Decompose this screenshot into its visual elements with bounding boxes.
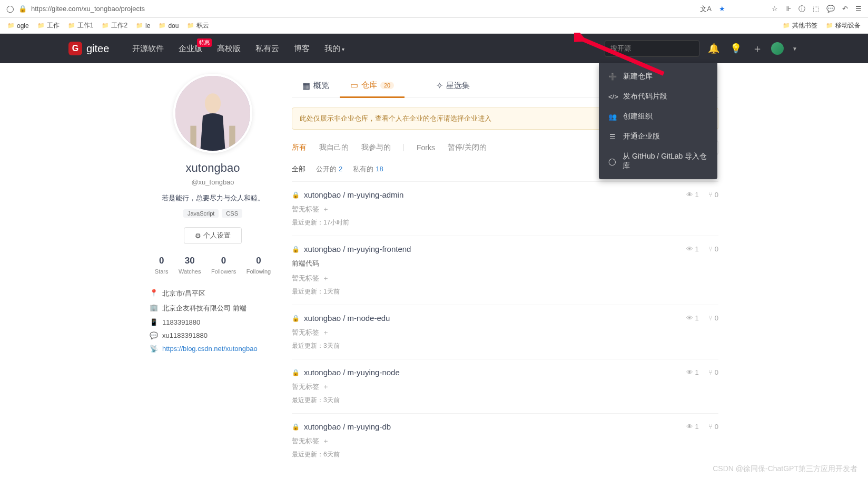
nav-item[interactable]: 高校版 (210, 44, 248, 54)
stat-label: Watches (179, 268, 201, 275)
bookmark-item[interactable]: ogle (4, 20, 32, 31)
reader-icon[interactable]: ☆ (772, 5, 778, 13)
bookmark-item[interactable]: 其他书签 (780, 20, 821, 31)
subfilter-private[interactable]: 私有的18 (353, 164, 383, 174)
subfilter-all[interactable]: 全部 (292, 164, 305, 174)
repo-tags: 暂无标签＋ (292, 436, 718, 446)
svg-rect-4 (229, 126, 235, 151)
nav-item[interactable]: 私有云 (248, 44, 287, 54)
stat-item[interactable]: 30Watches (179, 256, 201, 275)
avatar[interactable] (173, 74, 252, 153)
handle: @xu_tongbao (150, 178, 276, 186)
back-icon[interactable]: ↶ (842, 5, 848, 13)
fork-icon: ⑂ (708, 423, 713, 431)
nav-item[interactable]: 开源软件 (125, 44, 171, 54)
stat-num: 0 (246, 256, 271, 266)
fork-icon: ⑂ (708, 245, 713, 253)
repo-item: 🔒xutongbao / m-yuying-frontend👁 1⑂ 0前端代码… (292, 236, 718, 305)
profile-sidebar: xutongbao @xu_tongbao 若是能行，总要尽力与众人和睦。 Ja… (150, 74, 276, 467)
filter-paused[interactable]: 暂停/关闭的 (448, 143, 487, 152)
stat-label: Stars (155, 268, 169, 275)
bookmark-star-icon[interactable]: ★ (719, 5, 725, 13)
nav-item[interactable]: 博客 (287, 44, 317, 54)
add-tag-button[interactable]: ＋ (322, 436, 329, 446)
info-icon[interactable]: ⓘ (798, 4, 805, 14)
dropdown-label: 创建组织 (623, 112, 653, 121)
stat-label: Following (246, 268, 271, 275)
repo-watches: 👁 1 (686, 191, 699, 199)
bookmark-item[interactable]: le (133, 20, 153, 31)
repo-name[interactable]: xutongbao / m-yuying-db (304, 422, 391, 431)
repo-name[interactable]: xutongbao / m-node-edu (304, 314, 390, 323)
repo-item: 🔒xutongbao / m-yuying-admin👁 1⑂ 0暂无标签＋最近… (292, 181, 718, 236)
bookmark-item[interactable]: dou (155, 20, 182, 31)
bookmark-item[interactable]: 积云 (184, 20, 212, 31)
library-icon[interactable]: ⊪ (785, 5, 791, 13)
filter-all[interactable]: 所有 (292, 143, 307, 152)
dropdown-item[interactable]: 👥创建组织 (599, 106, 717, 126)
translate-icon[interactable]: ⽂A (700, 4, 712, 14)
svg-line-0 (579, 38, 664, 74)
overview-icon: ▦ (302, 81, 310, 91)
filter-forks[interactable]: Forks (417, 143, 435, 152)
stat-item[interactable]: 0Followers (211, 256, 236, 275)
repo-updated: 最近更新：6天前 (292, 450, 718, 459)
fork-icon: ⑂ (708, 191, 713, 199)
add-tag-button[interactable]: ＋ (322, 204, 329, 214)
logo[interactable]: G gitee (68, 42, 109, 55)
add-tag-button[interactable]: ＋ (322, 382, 329, 392)
settings-button[interactable]: ⚙ 个人设置 (184, 227, 242, 244)
fork-icon: ⑂ (708, 368, 713, 376)
add-tag-button[interactable]: ＋ (322, 328, 329, 337)
bookmark-item[interactable]: 工作2 (98, 20, 131, 31)
dropdown-item[interactable]: ◯从 GitHub / GitLab 导入仓库 (599, 147, 717, 176)
stat-item[interactable]: 0Stars (155, 256, 169, 275)
tab-repos[interactable]: ▭仓库20 (340, 74, 405, 98)
repo-tags: 暂无标签＋ (292, 204, 718, 214)
building-icon: 🏢 (150, 304, 157, 311)
repo-updated: 最近更新：17小时前 (292, 218, 718, 227)
plus-icon[interactable]: ＋ (750, 40, 765, 58)
menu-icon[interactable]: ☰ (855, 5, 862, 13)
chat-icon[interactable]: 💬 (826, 5, 835, 13)
browser-address-bar: ◯ 🔒 https://gitee.com/xu_tongbao/project… (0, 0, 868, 18)
repo-watches: 👁 1 (686, 368, 699, 376)
filter-participated[interactable]: 我参与的 (361, 143, 391, 152)
bell-icon[interactable]: 🔔 (706, 41, 722, 56)
repo-watches: 👁 1 (686, 314, 699, 322)
stat-item[interactable]: 0Following (246, 256, 271, 275)
lock-icon: 🔒 (292, 191, 300, 199)
bookmark-item[interactable]: 工作1 (65, 20, 97, 31)
dropdown-item[interactable]: ☰开通企业版 (599, 126, 717, 147)
filter-mine[interactable]: 我自己的 (319, 143, 349, 152)
chevron-down-icon[interactable]: ▼ (790, 44, 800, 54)
fork-icon: ⑂ (708, 314, 713, 322)
skill-tag: JavaScript (183, 209, 219, 218)
tab-starred[interactable]: ✧星选集 (426, 74, 480, 97)
eye-icon: 👁 (686, 314, 693, 322)
tab-overview[interactable]: ▦概览 (292, 74, 340, 97)
extension-icon[interactable]: ⬚ (813, 5, 819, 13)
nav-item[interactable]: 我的 ▾ (317, 44, 352, 54)
info-location: 📍北京市/昌平区 (150, 286, 276, 301)
bulb-icon[interactable]: 💡 (728, 41, 744, 56)
url-text[interactable]: https://gitee.com/xu_tongbao/projects (31, 5, 145, 13)
nav-item[interactable]: 企业版特惠 (171, 44, 210, 54)
subfilter-public[interactable]: 公开的2 (316, 164, 342, 174)
repo-updated: 最近更新：1天前 (292, 287, 718, 296)
bookmark-item[interactable]: 工作 (34, 20, 63, 31)
repo-name[interactable]: xutongbao / m-yuying-node (304, 368, 400, 377)
info-blog[interactable]: 📡https://blog.csdn.net/xutongbao (150, 342, 276, 355)
dropdown-icon: </> (608, 93, 617, 101)
repo-forks: ⑂ 0 (708, 314, 718, 322)
dropdown-item[interactable]: </>发布代码片段 (599, 86, 717, 106)
add-tag-button[interactable]: ＋ (322, 274, 329, 283)
stat-num: 30 (179, 256, 201, 266)
repo-name[interactable]: xutongbao / m-yuying-admin (304, 190, 403, 199)
logo-icon: G (68, 42, 82, 55)
repo-name[interactable]: xutongbao / m-yuying-frontend (304, 245, 411, 253)
avatar-nav[interactable] (771, 42, 784, 55)
bookmark-item[interactable]: 移动设备 (823, 20, 864, 31)
repo-updated: 最近更新：3天前 (292, 342, 718, 350)
lock-icon: 🔒 (292, 315, 300, 322)
